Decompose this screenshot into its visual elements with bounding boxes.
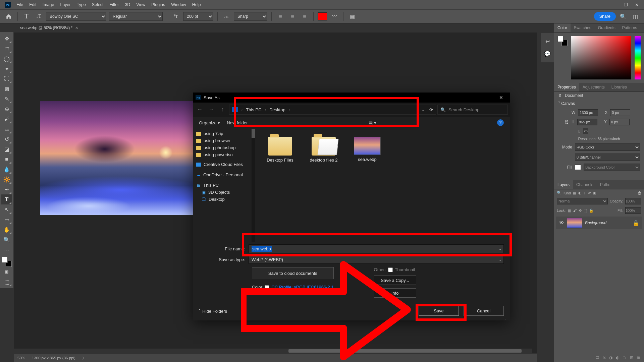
layer-mask-icon[interactable]: ◑ [609, 355, 612, 360]
canvas-height-input[interactable] [577, 119, 597, 125]
layer-row-background[interactable]: 👁 Background 🔒 [556, 217, 642, 229]
info-button[interactable]: Info [374, 288, 416, 298]
breadcrumb-desktop[interactable]: Desktop [269, 107, 285, 112]
heal-tool-icon[interactable]: ⊕ [1, 104, 12, 114]
character-panel-icon[interactable]: ▦ [347, 12, 357, 21]
panel-fgbg[interactable] [557, 36, 568, 46]
home-icon[interactable] [4, 12, 13, 21]
dialog-titlebar[interactable]: Ps Save As ✕ [193, 93, 510, 103]
tab-close-icon[interactable]: ✕ [75, 26, 78, 30]
eyedropper-tool-icon[interactable]: ✎ [1, 94, 12, 104]
new-folder-button[interactable]: New folder [227, 120, 248, 125]
font-style-select[interactable]: Regular [109, 12, 163, 21]
anti-alias-select[interactable]: Sharp [234, 12, 267, 21]
nav-up-icon[interactable]: ↑ [218, 105, 228, 115]
link-layers-icon[interactable]: ⛓ [595, 355, 599, 360]
group-icon[interactable]: 🗀 [623, 355, 627, 360]
pen-tool-icon[interactable]: ✒ [1, 184, 12, 194]
fill-select[interactable]: Background Color [584, 164, 640, 171]
canvas-width-input[interactable] [578, 109, 598, 116]
menu-edit[interactable]: Edit [26, 1, 40, 8]
brush-tool-icon[interactable]: 🖌 [1, 114, 12, 124]
canvas-section[interactable]: ˅ Canvas [554, 99, 644, 108]
canvas-y-input[interactable] [609, 119, 630, 125]
filetype-select[interactable]: WebP (*.WEBP)⌄ [249, 255, 504, 264]
doc-info[interactable]: 1300 px x 865 px (36 ppi) [32, 356, 75, 360]
adj-layer-icon[interactable]: ◐ [616, 355, 619, 360]
lock-nest-icon[interactable]: ⬚ [584, 208, 587, 213]
tab-properties[interactable]: Properties [554, 83, 579, 92]
filter-toggle[interactable]: ⏻ [638, 191, 641, 195]
tree-scrollbar[interactable] [252, 129, 255, 242]
portrait-icon[interactable]: ▯ [578, 129, 581, 133]
view-options-icon[interactable]: ▤ ▾ [369, 120, 376, 125]
menu-view[interactable]: View [133, 1, 148, 8]
document-canvas[interactable] [40, 101, 201, 215]
nav-forward-icon[interactable]: → [206, 105, 216, 115]
tree-item[interactable]: ▣3D Objects [193, 189, 255, 196]
tree-item[interactable]: 🖵Desktop [193, 196, 255, 203]
tree-item[interactable]: Creative Cloud Files [193, 161, 255, 168]
comments-panel-icon[interactable]: 💬 [544, 51, 551, 57]
history-panel-icon[interactable]: ↩ [545, 38, 550, 45]
foreground-background-color[interactable] [2, 257, 12, 267]
tree-item[interactable]: using poweriso [193, 151, 255, 158]
lasso-tool-icon[interactable]: ◯ [1, 54, 12, 64]
layer-fx-icon[interactable]: fx [603, 355, 606, 360]
menu-plugins[interactable]: Plugins [148, 1, 168, 8]
refresh-icon[interactable]: ⟳ [429, 107, 433, 112]
color-field[interactable] [571, 36, 631, 79]
lock-trans-icon[interactable]: ▦ [568, 208, 571, 213]
align-left-icon[interactable]: ≡ [276, 12, 285, 21]
tree-item[interactable]: using browser [193, 137, 255, 144]
workspace-icon[interactable]: ◫ [631, 12, 640, 21]
tab-adjustments[interactable]: Adjustments [579, 83, 608, 92]
move-tool-icon[interactable]: ✥ [1, 34, 12, 44]
file-item-folder[interactable]: Desktop FIles [263, 137, 297, 163]
tab-color[interactable]: Color [554, 23, 571, 32]
font-family-select[interactable]: Bowlby One SC [46, 12, 106, 21]
thumbnail-checkbox[interactable] [388, 267, 393, 272]
dodge-tool-icon[interactable]: 🔆 [1, 174, 12, 184]
menu-filter[interactable]: Filter [107, 1, 122, 8]
menu-help[interactable]: Help [189, 1, 204, 8]
hue-slider[interactable] [635, 36, 641, 79]
fill-opacity-input[interactable] [625, 207, 641, 214]
screenmode-icon[interactable]: ⬚ [1, 277, 12, 287]
opacity-input[interactable] [625, 198, 641, 204]
nav-back-icon[interactable]: ← [195, 105, 205, 115]
tab-patterns[interactable]: Patterns [619, 23, 641, 32]
breadcrumb-history-icon[interactable]: ⌄ [422, 108, 424, 112]
quickmask-icon[interactable]: ◙ [1, 267, 12, 277]
search-input[interactable]: 🔍 Search Desktop [437, 105, 508, 115]
file-item-image[interactable]: sea.webp [351, 137, 384, 162]
save-button[interactable]: Save [419, 306, 459, 316]
blend-mode-select[interactable]: Normal [557, 198, 608, 204]
icc-checkbox[interactable] [265, 285, 269, 290]
filter-smart-icon[interactable]: ▣ [593, 191, 596, 195]
file-item-folder[interactable]: desktop files 2 [307, 137, 340, 163]
tree-item[interactable]: using 7zip [193, 130, 255, 137]
filename-input[interactable]: sea.webp⌄ [249, 244, 504, 253]
type-tool-icon[interactable]: T [1, 194, 12, 204]
tree-item[interactable]: ☁OneDrive - Personal [193, 171, 255, 178]
zoom-tool-icon[interactable]: 🔍 [1, 235, 12, 245]
lock-pos-icon[interactable]: ✥ [579, 208, 582, 213]
type-tool-icon[interactable]: T [22, 12, 31, 21]
cancel-button[interactable]: Cancel [464, 306, 504, 316]
menu-type[interactable]: Type [74, 1, 89, 8]
breadcrumb-this-pc[interactable]: This PC [246, 107, 261, 112]
tab-layers[interactable]: Layers [554, 180, 573, 189]
file-list[interactable]: Desktop FIles desktop files 2 sea.webp [255, 129, 510, 242]
filter-type-icon[interactable]: T [584, 191, 586, 195]
font-size-select[interactable]: 200 pt [183, 12, 213, 21]
link-wh-icon[interactable]: ⛓ [565, 120, 569, 124]
minimize-icon[interactable]: — [612, 2, 619, 7]
text-color-swatch[interactable] [318, 12, 327, 20]
search-icon[interactable]: 🔍 [619, 12, 628, 21]
wand-tool-icon[interactable]: ✦ [1, 64, 12, 74]
resize-grip-icon[interactable]: ⋰ [505, 316, 508, 320]
lock-paint-icon[interactable]: 🖌 [573, 208, 577, 213]
close-icon[interactable]: ✕ [633, 2, 640, 7]
canvas-x-input[interactable] [610, 109, 630, 116]
